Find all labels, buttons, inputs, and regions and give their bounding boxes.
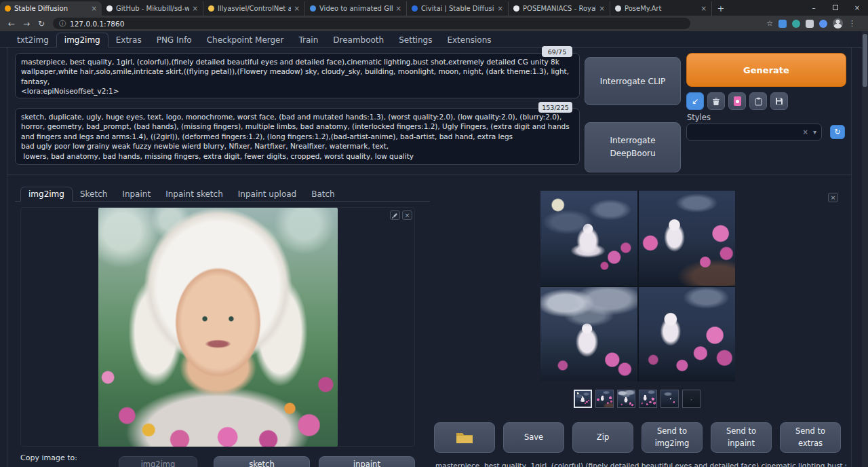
browser-tab[interactable]: Stable Diffusion × — [0, 1, 102, 16]
gallery-image[interactable] — [540, 287, 637, 382]
clear-prompt-button[interactable] — [707, 92, 725, 110]
tab-checkpoint-merger[interactable]: Checkpoint Merger — [199, 33, 292, 47]
browser-tab-title: Civitai | Stable Diffusion model... — [421, 5, 494, 12]
browser-tab-title: lllyasviel/ControlNet at main — [218, 5, 291, 12]
back-icon[interactable]: ← — [4, 19, 19, 29]
address-bar[interactable]: ⓘ 127.0.0.1:7860 — [53, 18, 690, 29]
tab-img2img-mode[interactable]: img2img — [20, 187, 73, 202]
tab-close-icon[interactable]: × — [701, 5, 707, 12]
tab-sketch[interactable]: Sketch — [73, 187, 115, 201]
section-divider — [7, 174, 852, 175]
page-scrollbar[interactable] — [862, 31, 868, 467]
browser-tab[interactable]: Civitai | Stable Diffusion model... × — [407, 1, 509, 16]
tab-close-icon[interactable]: × — [193, 5, 198, 12]
tab-inpaint-sketch[interactable]: Inpaint sketch — [158, 187, 231, 201]
styles-dropdown[interactable]: × ▾ — [686, 124, 822, 141]
tab-close-icon[interactable]: × — [498, 5, 503, 12]
gallery-thumbnail[interactable] — [617, 390, 635, 408]
extension-icon[interactable] — [792, 20, 800, 28]
send-to-img2img-button[interactable]: Send to img2img — [642, 422, 703, 453]
paste-arrow-icon: ↙ — [692, 96, 698, 106]
forward-icon[interactable]: → — [19, 19, 34, 29]
kebab-menu-icon[interactable]: ⋮ — [848, 19, 856, 28]
clipboard-icon — [755, 97, 762, 106]
tab-png-info[interactable]: PNG Info — [149, 33, 199, 47]
tab-close-icon[interactable]: × — [599, 5, 605, 12]
close-gallery-button[interactable]: × — [828, 193, 838, 202]
window-close-icon[interactable]: × — [846, 0, 868, 15]
url-text: 127.0.0.1:7860 — [70, 20, 124, 28]
save-button[interactable]: Save — [503, 422, 564, 453]
maximize-icon[interactable] — [825, 0, 846, 15]
extension-icon[interactable] — [819, 20, 827, 28]
folder-icon — [456, 432, 473, 444]
extension-icon[interactable] — [778, 20, 787, 28]
clear-styles-icon[interactable]: × — [803, 128, 808, 136]
send-to-inpaint-button[interactable]: Send to inpaint — [711, 422, 772, 453]
prompt-input[interactable]: masterpiece, best quality, 1girl, (color… — [15, 53, 580, 98]
source-image[interactable] — [98, 208, 338, 447]
bookmark-star-icon[interactable]: ☆ — [766, 19, 773, 28]
open-folder-button[interactable] — [434, 422, 495, 453]
zip-button[interactable]: Zip — [572, 422, 633, 453]
tab-batch[interactable]: Batch — [304, 187, 342, 201]
panel-border-left — [7, 48, 7, 467]
generate-button[interactable]: Generate — [686, 53, 846, 87]
gallery-image[interactable] — [639, 287, 736, 382]
minimize-icon[interactable]: – — [803, 0, 825, 15]
browser-tab[interactable]: POSEMANIACS - Royalty free 3... × — [509, 1, 610, 16]
browser-tab-title: PoseMy.Art — [625, 5, 698, 12]
edit-image-button[interactable] — [390, 210, 400, 220]
gallery-thumbnail[interactable] — [660, 390, 679, 408]
gallery-thumbnail[interactable] — [595, 390, 614, 408]
scrollbar-thumb[interactable] — [863, 34, 867, 87]
browser-tab[interactable]: lllyasviel/ControlNet at main × — [203, 1, 305, 16]
send-to-extras-button[interactable]: Send to extras — [780, 422, 841, 453]
gallery-thumbnails — [574, 390, 701, 408]
tab-extras[interactable]: Extras — [108, 33, 149, 47]
copy-to-inpaint-button[interactable]: inpaint — [319, 456, 415, 467]
tab-extensions[interactable]: Extensions — [439, 33, 498, 47]
browser-tab[interactable]: GitHub - Mikubill/sd-webui-con... × — [102, 1, 203, 16]
tab-settings[interactable]: Settings — [391, 33, 439, 47]
copy-to-sketch-button[interactable]: sketch — [214, 456, 310, 467]
interrogate-deepbooru-button[interactable]: Interrogate DeepBooru — [585, 122, 681, 172]
copy-to-img2img-button[interactable]: img2img — [119, 456, 197, 467]
paste-params-button[interactable]: ↙ — [686, 92, 704, 110]
toolbar-icons: ☆ ⋮ — [766, 18, 864, 29]
extra-networks-button[interactable] — [728, 92, 746, 110]
extension-icon[interactable] — [806, 20, 814, 28]
tab-img2img[interactable]: img2img — [56, 33, 108, 48]
tab-close-icon[interactable]: × — [294, 5, 300, 12]
favicon — [513, 5, 519, 12]
chevron-down-icon[interactable]: ▾ — [813, 128, 816, 136]
extra-networks-icon — [734, 96, 741, 106]
gallery-thumbnail[interactable] — [574, 390, 592, 408]
tab-inpaint-upload[interactable]: Inpaint upload — [231, 187, 304, 201]
tab-train[interactable]: Train — [291, 33, 326, 47]
negative-prompt-input[interactable]: sketch, duplicate, ugly, huge eyes, text… — [15, 108, 580, 165]
panel-border-right — [851, 48, 852, 467]
tab-inpaint[interactable]: Inpaint — [115, 187, 158, 201]
gallery-image[interactable] — [639, 191, 736, 286]
site-info-icon[interactable]: ⓘ — [59, 19, 66, 29]
reload-icon[interactable]: ↻ — [34, 19, 49, 29]
interrogate-clip-button[interactable]: Interrogate CLIP — [585, 57, 681, 105]
tab-close-icon[interactable]: × — [92, 5, 97, 12]
tab-dreambooth[interactable]: Dreambooth — [326, 33, 391, 47]
browser-tab[interactable]: PoseMy.Art × — [610, 1, 712, 16]
new-tab-button[interactable]: + — [712, 1, 730, 16]
gallery-thumbnail[interactable] — [639, 390, 657, 408]
apply-style-button[interactable] — [749, 92, 767, 110]
tab-close-icon[interactable]: × — [396, 5, 401, 12]
remove-image-button[interactable]: × — [402, 210, 412, 220]
profile-avatar[interactable] — [833, 18, 843, 29]
refresh-styles-button[interactable]: ↻ — [830, 125, 845, 139]
gallery-thumbnail[interactable] — [682, 390, 701, 408]
gallery-image[interactable] — [540, 191, 637, 286]
browser-tab[interactable]: Video to animated GIF converter × — [305, 1, 407, 16]
save-style-button[interactable] — [770, 92, 788, 110]
result-gallery — [540, 191, 735, 381]
favicon — [208, 5, 214, 12]
tab-txt2img[interactable]: txt2img — [9, 33, 56, 47]
